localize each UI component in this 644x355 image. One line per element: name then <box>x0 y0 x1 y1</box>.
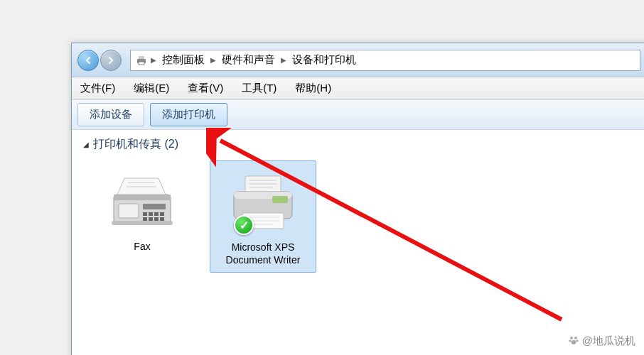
navigation-bar: ▶ 控制面板 ▶ 硬件和声音 ▶ 设备和打印机 <box>72 43 644 77</box>
svg-rect-9 <box>154 212 159 216</box>
device-fax[interactable]: Fax <box>89 160 195 273</box>
breadcrumb: ▶ 控制面板 ▶ 硬件和声音 ▶ 设备和打印机 <box>151 52 359 68</box>
menu-file[interactable]: 文件(F) <box>77 80 118 97</box>
device-label: Fax <box>134 240 150 253</box>
add-printer-button[interactable]: 添加打印机 <box>150 103 227 126</box>
nav-buttons <box>77 50 122 71</box>
menu-help[interactable]: 帮助(H) <box>292 80 334 97</box>
menu-edit[interactable]: 编辑(E) <box>131 80 172 97</box>
svg-rect-13 <box>154 217 159 221</box>
svg-rect-6 <box>143 204 166 209</box>
menu-bar: 文件(F) 编辑(E) 查看(V) 工具(T) 帮助(H) <box>72 77 644 100</box>
chevron-right-icon: ▶ <box>151 56 156 64</box>
breadcrumb-devices-printers[interactable]: 设备和打印机 <box>289 52 359 68</box>
arrow-left-icon <box>83 55 93 65</box>
svg-rect-5 <box>119 204 139 218</box>
arrow-right-icon <box>106 55 116 65</box>
svg-rect-17 <box>112 221 173 225</box>
device-label: Microsoft XPS Document Writer <box>216 241 310 266</box>
svg-rect-11 <box>143 217 147 221</box>
chevron-right-icon: ▶ <box>210 56 216 64</box>
content-area: ◢ 打印机和传真 (2) <box>72 130 644 280</box>
fax-icon <box>103 166 181 237</box>
watermark-text: @地瓜说机 <box>582 334 635 348</box>
svg-point-33 <box>576 339 578 342</box>
breadcrumb-control-panel[interactable]: 控制面板 <box>159 52 208 68</box>
explorer-window: ▶ 控制面板 ▶ 硬件和声音 ▶ 设备和打印机 文件(F) 编辑(E) 查看(V… <box>71 43 644 355</box>
svg-rect-1 <box>139 56 144 59</box>
svg-point-31 <box>574 337 577 339</box>
default-check-icon: ✓ <box>234 215 254 235</box>
svg-point-34 <box>571 340 576 344</box>
watermark: @地瓜说机 <box>568 334 635 348</box>
svg-rect-18 <box>245 176 281 193</box>
printer-icon: ✓ <box>224 167 302 238</box>
svg-rect-14 <box>160 217 164 221</box>
forward-button[interactable] <box>100 50 122 71</box>
svg-rect-7 <box>143 212 147 216</box>
svg-rect-4 <box>114 195 171 200</box>
svg-rect-24 <box>272 196 288 203</box>
add-device-button[interactable]: 添加设备 <box>77 103 144 126</box>
toolbar: 添加设备 添加打印机 <box>72 100 644 130</box>
chevron-right-icon: ▶ <box>281 56 286 64</box>
back-button[interactable] <box>77 50 99 71</box>
svg-point-32 <box>569 339 571 342</box>
menu-view[interactable]: 查看(V) <box>185 80 226 97</box>
menu-tools[interactable]: 工具(T) <box>239 80 279 97</box>
breadcrumb-hardware-sound[interactable]: 硬件和声音 <box>219 52 278 68</box>
svg-rect-10 <box>160 212 164 216</box>
svg-rect-2 <box>139 62 144 65</box>
collapse-triangle-icon: ◢ <box>83 141 89 148</box>
paw-icon <box>568 334 579 348</box>
group-title: 打印机和传真 (2) <box>93 137 178 152</box>
device-xps-writer[interactable]: ✓ Microsoft XPS Document Writer <box>210 160 316 273</box>
address-bar[interactable]: ▶ 控制面板 ▶ 硬件和声音 ▶ 设备和打印机 <box>130 50 640 71</box>
group-printers-fax[interactable]: ◢ 打印机和传真 (2) <box>83 137 635 152</box>
svg-point-30 <box>570 337 573 339</box>
devices-grid: Fax <box>83 160 635 273</box>
svg-rect-8 <box>149 212 153 216</box>
printer-icon <box>135 54 148 67</box>
svg-rect-12 <box>149 217 153 221</box>
